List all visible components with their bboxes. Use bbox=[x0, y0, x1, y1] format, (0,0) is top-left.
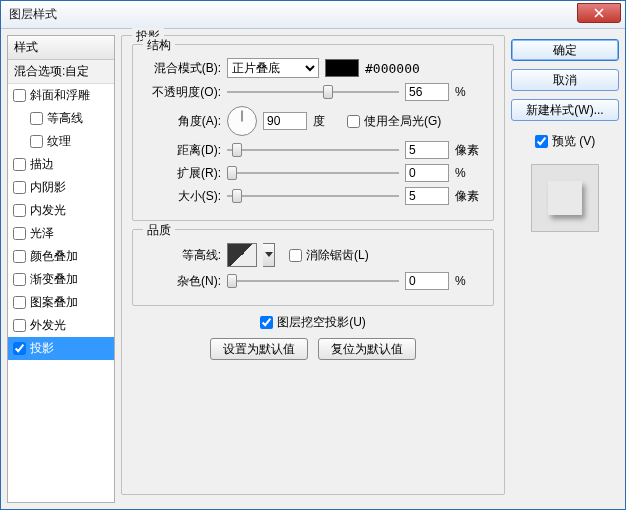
settings-panel: 投影 结构 混合模式(B): 正片叠底 #000000 不透明度(O): % bbox=[121, 35, 505, 503]
noise-slider[interactable] bbox=[227, 273, 399, 289]
style-checkbox[interactable] bbox=[30, 112, 43, 125]
style-checkbox[interactable] bbox=[13, 250, 26, 263]
new-style-button[interactable]: 新建样式(W)... bbox=[511, 99, 619, 121]
style-checkbox[interactable] bbox=[13, 342, 26, 355]
color-hex: #000000 bbox=[365, 61, 420, 76]
style-checkbox[interactable] bbox=[13, 296, 26, 309]
contour-picker[interactable] bbox=[227, 243, 257, 267]
distance-unit: 像素 bbox=[455, 142, 483, 159]
cancel-button[interactable]: 取消 bbox=[511, 69, 619, 91]
style-label: 颜色叠加 bbox=[30, 248, 78, 265]
style-item-5[interactable]: 内发光 bbox=[8, 199, 114, 222]
quality-title: 品质 bbox=[143, 222, 175, 239]
blend-options-row[interactable]: 混合选项:自定 bbox=[8, 60, 114, 84]
style-label: 等高线 bbox=[47, 110, 83, 127]
shadow-fieldset: 投影 结构 混合模式(B): 正片叠底 #000000 不透明度(O): % bbox=[121, 35, 505, 495]
style-item-8[interactable]: 渐变叠加 bbox=[8, 268, 114, 291]
spread-input[interactable] bbox=[405, 164, 449, 182]
window-title: 图层样式 bbox=[9, 6, 57, 23]
style-label: 光泽 bbox=[30, 225, 54, 242]
style-label: 内发光 bbox=[30, 202, 66, 219]
style-label: 渐变叠加 bbox=[30, 271, 78, 288]
action-panel: 确定 取消 新建样式(W)... 预览 (V) bbox=[511, 35, 619, 503]
styles-list-panel: 样式 混合选项:自定 斜面和浮雕等高线纹理描边内阴影内发光光泽颜色叠加渐变叠加图… bbox=[7, 35, 115, 503]
spread-unit: % bbox=[455, 166, 483, 180]
chevron-down-icon bbox=[265, 252, 273, 258]
titlebar[interactable]: 图层样式 bbox=[1, 1, 625, 29]
distance-input[interactable] bbox=[405, 141, 449, 159]
close-icon bbox=[594, 8, 604, 18]
structure-fieldset: 结构 混合模式(B): 正片叠底 #000000 不透明度(O): % bbox=[132, 44, 494, 221]
spread-slider[interactable] bbox=[227, 165, 399, 181]
opacity-slider[interactable] bbox=[227, 84, 399, 100]
opacity-unit: % bbox=[455, 85, 483, 99]
color-swatch[interactable] bbox=[325, 59, 359, 77]
style-label: 斜面和浮雕 bbox=[30, 87, 90, 104]
style-label: 投影 bbox=[30, 340, 54, 357]
layer-style-dialog: 图层样式 样式 混合选项:自定 斜面和浮雕等高线纹理描边内阴影内发光光泽颜色叠加… bbox=[0, 0, 626, 510]
blend-mode-select[interactable]: 正片叠底 bbox=[227, 58, 319, 78]
set-default-button[interactable]: 设置为默认值 bbox=[210, 338, 308, 360]
angle-label: 角度(A): bbox=[143, 113, 221, 130]
distance-slider[interactable] bbox=[227, 142, 399, 158]
size-unit: 像素 bbox=[455, 188, 483, 205]
style-item-6[interactable]: 光泽 bbox=[8, 222, 114, 245]
style-item-2[interactable]: 纹理 bbox=[8, 130, 114, 153]
style-checkbox[interactable] bbox=[30, 135, 43, 148]
angle-unit: 度 bbox=[313, 113, 341, 130]
contour-label: 等高线: bbox=[143, 247, 221, 264]
style-checkbox[interactable] bbox=[13, 158, 26, 171]
style-item-1[interactable]: 等高线 bbox=[8, 107, 114, 130]
knockout-checkbox[interactable]: 图层挖空投影(U) bbox=[260, 314, 366, 331]
style-label: 描边 bbox=[30, 156, 54, 173]
contour-dropdown[interactable] bbox=[263, 243, 275, 267]
style-item-7[interactable]: 颜色叠加 bbox=[8, 245, 114, 268]
angle-input[interactable] bbox=[263, 112, 307, 130]
style-item-4[interactable]: 内阴影 bbox=[8, 176, 114, 199]
style-checkbox[interactable] bbox=[13, 319, 26, 332]
distance-label: 距离(D): bbox=[143, 142, 221, 159]
style-checkbox[interactable] bbox=[13, 181, 26, 194]
style-checkbox[interactable] bbox=[13, 273, 26, 286]
style-checkbox[interactable] bbox=[13, 89, 26, 102]
antialias-checkbox[interactable]: 消除锯齿(L) bbox=[289, 247, 369, 264]
styles-header: 样式 bbox=[8, 36, 114, 60]
style-label: 内阴影 bbox=[30, 179, 66, 196]
noise-input[interactable] bbox=[405, 272, 449, 290]
preview-swatch bbox=[548, 181, 582, 215]
style-item-3[interactable]: 描边 bbox=[8, 153, 114, 176]
style-checkbox[interactable] bbox=[13, 227, 26, 240]
style-item-0[interactable]: 斜面和浮雕 bbox=[8, 84, 114, 107]
angle-dial[interactable] bbox=[227, 106, 257, 136]
size-slider[interactable] bbox=[227, 188, 399, 204]
spread-label: 扩展(R): bbox=[143, 165, 221, 182]
ok-button[interactable]: 确定 bbox=[511, 39, 619, 61]
noise-unit: % bbox=[455, 274, 483, 288]
opacity-label: 不透明度(O): bbox=[143, 84, 221, 101]
size-label: 大小(S): bbox=[143, 188, 221, 205]
style-item-11[interactable]: 投影 bbox=[8, 337, 114, 360]
style-item-10[interactable]: 外发光 bbox=[8, 314, 114, 337]
style-item-9[interactable]: 图案叠加 bbox=[8, 291, 114, 314]
quality-fieldset: 品质 等高线: 消除锯齿(L) 杂色(N): % bbox=[132, 229, 494, 306]
style-checkbox[interactable] bbox=[13, 204, 26, 217]
blend-mode-label: 混合模式(B): bbox=[143, 60, 221, 77]
structure-title: 结构 bbox=[143, 37, 175, 54]
noise-label: 杂色(N): bbox=[143, 273, 221, 290]
size-input[interactable] bbox=[405, 187, 449, 205]
global-light-checkbox[interactable]: 使用全局光(G) bbox=[347, 113, 441, 130]
dialog-body: 样式 混合选项:自定 斜面和浮雕等高线纹理描边内阴影内发光光泽颜色叠加渐变叠加图… bbox=[1, 29, 625, 509]
close-button[interactable] bbox=[577, 3, 621, 23]
opacity-input[interactable] bbox=[405, 83, 449, 101]
style-label: 图案叠加 bbox=[30, 294, 78, 311]
preview-checkbox[interactable]: 预览 (V) bbox=[511, 133, 619, 150]
reset-default-button[interactable]: 复位为默认值 bbox=[318, 338, 416, 360]
style-label: 纹理 bbox=[47, 133, 71, 150]
preview-box bbox=[531, 164, 599, 232]
style-label: 外发光 bbox=[30, 317, 66, 334]
